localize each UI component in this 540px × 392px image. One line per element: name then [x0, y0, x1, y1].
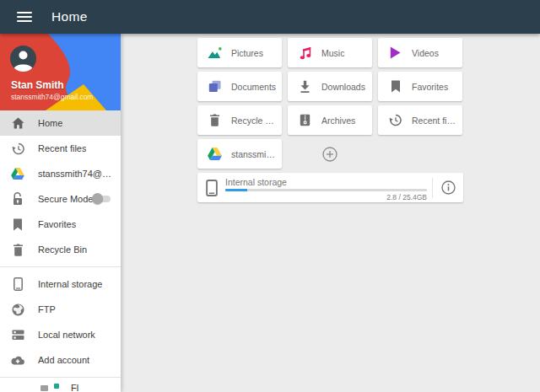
google-drive-icon [208, 147, 222, 161]
sidebar-item-internal-storage[interactable]: Internal storage [0, 271, 121, 297]
category-tile-grid: Pictures Music Videos [197, 38, 463, 169]
sidebar-item-label: Add account [38, 355, 89, 365]
secure-mode-toggle[interactable] [92, 195, 112, 203]
tile-label: Pictures [231, 48, 268, 58]
sidebar-item-add-account[interactable]: Add account [0, 347, 121, 373]
cloud-add-icon [11, 353, 24, 367]
tile-music[interactable]: Music [288, 38, 372, 67]
sidebar-item-label: Favorites [38, 219, 76, 229]
page-title: Home [51, 9, 88, 24]
sidebar-item-recycle-bin[interactable]: Recycle Bin [0, 237, 121, 262]
recent-files-icon [388, 113, 402, 127]
sidebar-item-label: Recent files [38, 143, 86, 153]
sidebar-item-label: Fl [71, 383, 78, 392]
archives-icon [298, 113, 312, 127]
phone-icon [206, 180, 218, 196]
app-bar: Home [0, 0, 540, 34]
sidebar-item-recent-files[interactable]: Recent files [0, 136, 121, 161]
add-account-button[interactable] [322, 147, 338, 162]
bookmark-icon [11, 217, 24, 231]
tile-favorites[interactable]: Favorites [378, 72, 462, 101]
file-manager-window: Home Stan Smith stanssmith74@gmail.com [0, 0, 540, 392]
tile-label: Archives [321, 115, 360, 126]
network-icon [11, 328, 24, 341]
trash-icon [11, 243, 24, 256]
sidebar-item-label: Internal storage [38, 279, 102, 289]
storage-label: Internal storage [225, 177, 427, 187]
avatar[interactable] [10, 46, 36, 72]
info-icon [441, 180, 456, 195]
sidebar-item-home[interactable]: Home [0, 110, 121, 136]
tile-label: Music [321, 48, 349, 58]
tile-downloads[interactable]: Downloads [288, 72, 372, 101]
tile-label: Recent files [412, 115, 462, 126]
videos-icon [388, 46, 402, 60]
globe-icon [11, 303, 24, 316]
storage-progress-fill [225, 189, 247, 191]
sidebar-divider [0, 377, 121, 378]
downloads-icon [298, 79, 312, 94]
tile-label: stanssmith74@… [231, 149, 282, 159]
sidebar-item-label: Secure Mode [38, 194, 93, 204]
history-icon [11, 142, 24, 155]
storage-info-button[interactable] [433, 180, 463, 195]
sidebar-item-google-drive-account[interactable]: stanssmith74@gm… [0, 161, 121, 186]
person-icon [10, 46, 36, 72]
sidebar-item-label: stanssmith74@gm… [38, 169, 116, 179]
phone-icon [11, 277, 24, 291]
tile-label: Documents [231, 82, 281, 92]
lock-open-icon [11, 192, 24, 206]
sidebar-item-secure-mode[interactable]: Secure Mode [0, 186, 121, 212]
favorites-icon [388, 79, 402, 94]
tile-recent-files[interactable]: Recent files [378, 105, 462, 135]
navigation-drawer: Stan Smith stanssmith74@gmail.com Home R… [0, 34, 121, 392]
home-icon [11, 116, 24, 130]
sidebar-divider [0, 266, 121, 267]
documents-icon [208, 79, 222, 94]
music-icon [298, 46, 312, 60]
sidebar-item-label: Local network [38, 330, 95, 340]
sidebar-item-label: Recycle Bin [38, 244, 87, 255]
sidebar-item-ftp[interactable]: FTP [0, 297, 121, 322]
recycle-bin-icon [208, 113, 222, 127]
profile-name: Stan Smith [11, 79, 64, 91]
tile-label: Downloads [321, 82, 370, 92]
tile-google-drive-account[interactable]: stanssmith74@… [197, 139, 282, 169]
sidebar-item-favorites[interactable]: Favorites [0, 212, 121, 237]
tile-documents[interactable]: Documents [197, 72, 282, 101]
storage-info: Internal storage 2.8 / 25.4GB [218, 175, 432, 201]
google-drive-icon [11, 167, 24, 180]
sidebar-item-label: Home [38, 118, 62, 128]
tile-videos[interactable]: Videos [378, 38, 462, 67]
clipped-icon [54, 384, 59, 389]
internal-storage-card[interactable]: Internal storage 2.8 / 25.4GB [197, 173, 463, 202]
main-content: Pictures Music Videos [121, 34, 540, 392]
tile-label: Videos [412, 48, 444, 58]
tile-recycle-bin[interactable]: Recycle Bin [197, 105, 282, 135]
tile-pictures[interactable]: Pictures [197, 38, 282, 67]
storage-progress-bar [225, 189, 427, 191]
profile-header[interactable]: Stan Smith stanssmith74@gmail.com [0, 34, 121, 110]
pictures-icon [208, 46, 222, 60]
clipped-icon [40, 385, 48, 391]
storage-usage-text: 2.8 / 25.4GB [225, 193, 427, 201]
hamburger-icon[interactable] [17, 12, 32, 23]
tile-label: Recycle Bin [231, 115, 282, 126]
tile-label: Favorites [412, 82, 453, 92]
sidebar-item-local-network[interactable]: Local network [0, 322, 121, 347]
profile-email: stanssmith74@gmail.com [11, 93, 93, 101]
plus-icon [322, 147, 338, 162]
sidebar-item-partial[interactable]: Fl [0, 382, 121, 392]
tile-archives[interactable]: Archives [288, 105, 372, 135]
sidebar-item-label: FTP [38, 304, 56, 314]
